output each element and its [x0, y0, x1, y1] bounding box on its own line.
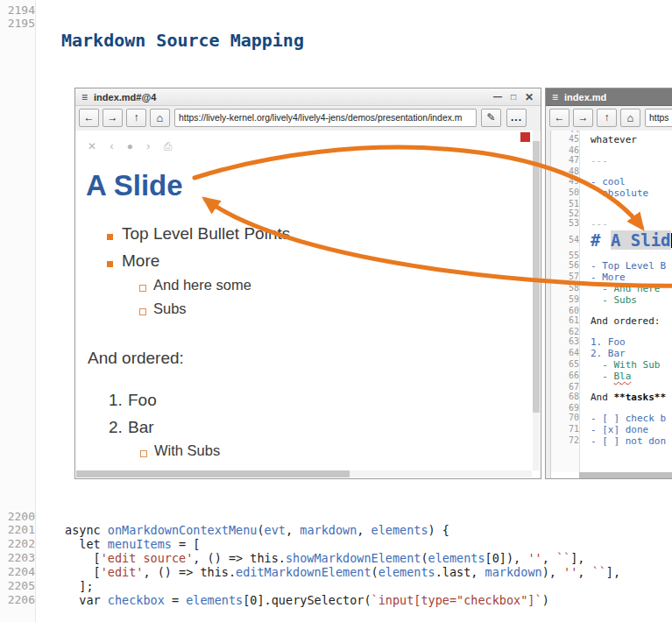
sub-bullet-item: With Subs: [154, 442, 220, 459]
home-icon[interactable]: ⌂: [150, 109, 170, 127]
code-token: - Top Level B: [591, 260, 666, 272]
hamburger-menu-icon[interactable]: ≡: [81, 91, 88, 103]
edit-pencil-icon[interactable]: ✎: [481, 109, 501, 127]
minimize-button[interactable]: —: [493, 92, 502, 102]
code-line: 71- [x] done: [551, 424, 672, 435]
code-line: 2200: [0, 510, 672, 523]
lively-editor-page: 2194 2195 Markdown Source Mapping ≡ inde…: [0, 0, 672, 622]
line-number: 2202: [0, 537, 39, 551]
code-token: whatever: [591, 134, 637, 145]
code-line: 49- cool: [551, 176, 672, 187]
maximize-button[interactable]: □: [511, 92, 516, 102]
line-number: 69: [551, 403, 584, 413]
line-number: 54: [551, 230, 584, 251]
code-token: And: [591, 392, 614, 403]
ordered-item: Bar: [128, 418, 154, 437]
code-token: evt: [265, 523, 286, 537]
window-title: index.md#@4: [94, 92, 156, 102]
code-token: 1. Foo: [591, 336, 626, 348]
line-number: 66: [551, 371, 584, 382]
markdown-source-lines: 4445whatever4647---4849- cool50 absolute…: [551, 131, 672, 447]
home-icon[interactable]: ⌂: [620, 109, 640, 127]
url-input[interactable]: [174, 109, 477, 127]
next-slide-icon[interactable]: ›: [146, 140, 150, 152]
line-number: 2195: [0, 17, 39, 30]
url-input[interactable]: [645, 109, 672, 127]
line-number: 50: [551, 187, 584, 199]
code-line: 70- [ ] check b: [551, 413, 672, 424]
window-titlebar: ≡ index.md: [546, 88, 672, 106]
code-token: ,: [542, 551, 556, 565]
paragraph-text: And ordered:: [88, 349, 184, 368]
javascript-code-block: 22002201async onMarkdownContextMenu(evt,…: [0, 510, 672, 607]
line-number: 58: [551, 283, 584, 294]
sub-bullet-item: And here some: [153, 277, 251, 293]
code-token: 'edit': [101, 565, 144, 579]
code-token: ,: [357, 523, 371, 537]
line-number: 47: [551, 155, 584, 166]
horizontal-scrollbar[interactable]: [76, 470, 532, 477]
line-number: 2194: [0, 4, 39, 17]
browser-toolbar: ← → ↑ ⌂: [546, 106, 672, 132]
code-token: [: [65, 565, 101, 579]
sub-bullet-square-icon: [139, 308, 146, 315]
code-token: showMarkdownElement: [286, 551, 421, 565]
code-token: Bla: [614, 371, 632, 382]
scrollbar-thumb[interactable]: [533, 141, 540, 413]
close-button[interactable]: ✕: [525, 91, 534, 103]
unsaved-indicator-dot[interactable]: [520, 132, 530, 142]
code-token: - Subs: [591, 294, 637, 306]
window-title: index.md: [564, 92, 606, 102]
bullet-item: More: [122, 251, 159, 271]
code-token: , () => this.: [143, 565, 236, 579]
ordered-number: 2.: [109, 418, 123, 437]
scrollbar-thumb[interactable]: [579, 472, 672, 478]
code-line: 2201async onMarkdownContextMenu(evt, mar…: [0, 523, 672, 537]
code-token: elements: [378, 565, 435, 579]
ordered-item: Foo: [128, 391, 157, 410]
code-token: (: [421, 551, 428, 565]
code-line: 52: [551, 209, 672, 218]
close-presentation-icon[interactable]: ✕: [88, 140, 96, 152]
code-line: 47---: [551, 155, 672, 166]
line-number: 51: [551, 199, 584, 209]
line-number: 65: [551, 359, 584, 371]
more-options-button[interactable]: ...: [506, 109, 527, 127]
forward-button[interactable]: →: [103, 109, 123, 127]
code-token: ),: [542, 565, 563, 579]
vertical-scrollbar[interactable]: [533, 131, 540, 470]
line-number: 2200: [0, 510, 39, 523]
code-token: async: [65, 523, 108, 537]
slide-dot-icon[interactable]: ●: [127, 140, 133, 152]
up-button[interactable]: ↑: [126, 109, 146, 127]
code-token: '': [563, 565, 577, 579]
line-number: 45: [551, 134, 584, 145]
hamburger-menu-icon[interactable]: ≡: [552, 91, 558, 103]
top-line-numbers: 2194 2195: [0, 4, 65, 30]
back-button[interactable]: ←: [549, 109, 569, 127]
code-token: - [ ] not don: [591, 435, 666, 447]
code-token: #: [591, 230, 611, 250]
back-button[interactable]: ←: [79, 109, 99, 127]
scrollbar-thumb[interactable]: [76, 470, 350, 477]
up-button[interactable]: ↑: [597, 109, 617, 127]
line-number: 2203: [0, 551, 39, 565]
code-line: 65 - With Sub: [551, 359, 672, 371]
code-token: [0]),: [485, 551, 528, 565]
print-icon[interactable]: ⎙: [164, 140, 173, 152]
code-line: 54# A Slide: [551, 230, 672, 251]
code-line: 59 - Subs: [551, 294, 672, 306]
line-number: 61: [551, 315, 584, 327]
code-token: `input[type="checkbox"]`: [371, 593, 542, 607]
prev-slide-icon[interactable]: ‹: [110, 140, 113, 152]
code-line: 56- Top Level B: [551, 260, 672, 272]
line-number: 55: [551, 251, 584, 260]
code-line: 2202 let menuItems = [: [0, 537, 672, 551]
horizontal-scrollbar[interactable]: [579, 472, 672, 478]
code-token: 'edit source': [101, 551, 194, 565]
source-code-editor[interactable]: 4445whatever4647---4849- cool50 absolute…: [546, 131, 672, 478]
code-token: ,: [286, 523, 300, 537]
bullet-item: Top Level Bullet Points: [122, 224, 290, 244]
forward-button[interactable]: →: [573, 109, 593, 127]
line-number: 53: [551, 218, 584, 230]
